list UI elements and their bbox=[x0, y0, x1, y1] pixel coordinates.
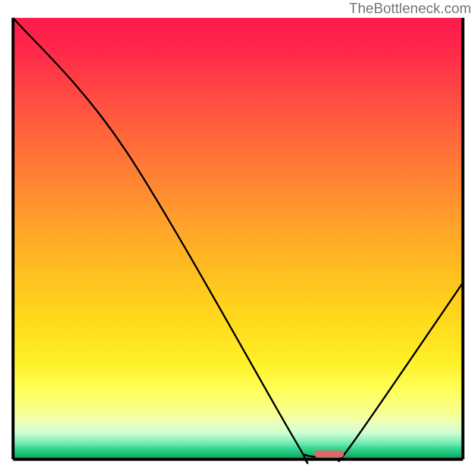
attribution-label: TheBottleneck.com bbox=[349, 0, 471, 17]
plot-background bbox=[13, 18, 463, 459]
optimal-marker bbox=[315, 450, 344, 458]
bottleneck-chart bbox=[0, 0, 476, 476]
